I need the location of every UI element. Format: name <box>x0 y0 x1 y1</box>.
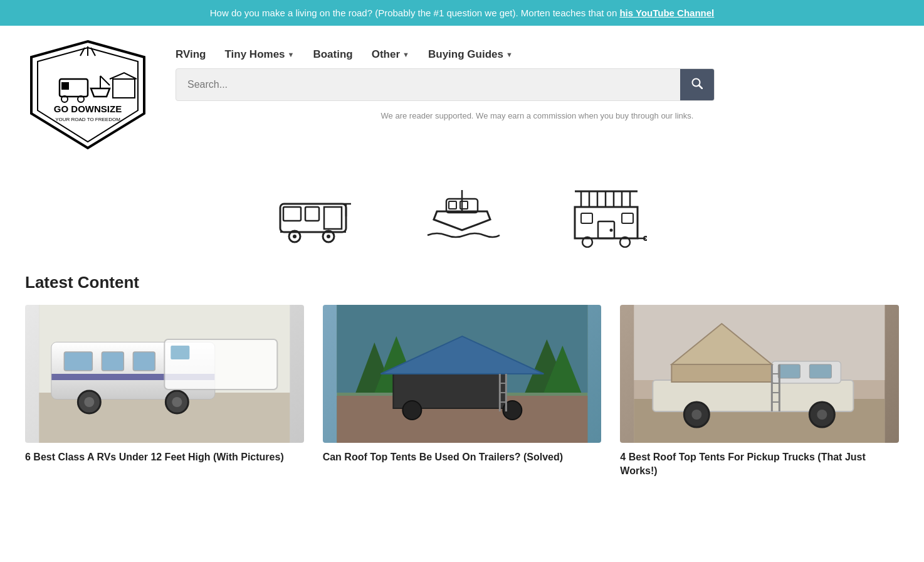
search-form <box>176 68 715 101</box>
nav-item-buying-guides[interactable]: Buying Guides ▼ <box>428 48 513 61</box>
article-title-3: 4 Best Roof Top Tents For Pickup Trucks … <box>620 450 899 479</box>
header: GO DOWNSIZE YOUR ROAD TO FREEDOM RVing T… <box>0 26 924 160</box>
nav-item-boating[interactable]: Boating <box>313 48 352 61</box>
nav-item-tiny-homes[interactable]: Tiny Homes ▼ <box>225 48 295 61</box>
article-title-2: Can Roof Top Tents Be Used On Trailers? … <box>323 450 602 464</box>
reader-note: We are reader supported. We may earn a c… <box>176 109 899 120</box>
article-card-3[interactable]: 4 Best Roof Top Tents For Pickup Trucks … <box>620 305 899 479</box>
logo-svg: GO DOWNSIZE YOUR ROAD TO FREEDOM <box>25 38 150 151</box>
boat-icon-link[interactable] <box>421 185 503 248</box>
banner-text: How do you make a living on the road? (P… <box>210 8 620 18</box>
svg-point-87 <box>817 410 827 420</box>
svg-rect-54 <box>133 352 155 371</box>
article-title-1: 6 Best Class A RVs Under 12 Feet High (W… <box>25 450 304 464</box>
svg-rect-53 <box>102 352 123 371</box>
top-banner: How do you make a living on the road? (P… <box>0 0 924 26</box>
category-icons <box>0 160 924 260</box>
boat-icon <box>421 185 503 248</box>
search-icon <box>691 78 703 89</box>
rv-icon-link[interactable] <box>277 185 359 248</box>
svg-text:GO DOWNSIZE: GO DOWNSIZE <box>54 103 122 114</box>
svg-rect-49 <box>39 393 290 443</box>
svg-rect-3 <box>61 82 69 90</box>
article-image-1 <box>25 305 304 443</box>
svg-point-56 <box>84 397 94 407</box>
article-card-2[interactable]: Can Roof Top Tents Be Used On Trailers? … <box>323 305 602 479</box>
search-button[interactable] <box>680 69 714 100</box>
search-input[interactable] <box>176 70 680 99</box>
tiny-homes-dropdown-arrow: ▼ <box>288 51 295 58</box>
latest-content-title: Latest Content <box>25 273 899 292</box>
svg-point-58 <box>172 397 182 407</box>
svg-rect-52 <box>64 352 92 371</box>
svg-text:YOUR ROAD TO FREEDOM: YOUR ROAD TO FREEDOM <box>55 117 120 122</box>
nav-item-rving[interactable]: RVing <box>176 48 206 61</box>
svg-rect-18 <box>324 207 342 229</box>
logo[interactable]: GO DOWNSIZE YOUR ROAD TO FREEDOM <box>25 38 150 154</box>
rooftop-article-img <box>620 305 899 443</box>
svg-rect-15 <box>280 204 346 232</box>
svg-point-40 <box>610 229 613 232</box>
svg-point-85 <box>692 410 702 420</box>
rv-icon <box>277 185 359 248</box>
svg-rect-27 <box>449 201 456 209</box>
svg-rect-60 <box>171 346 189 359</box>
latest-content-section: Latest Content <box>0 260 924 504</box>
svg-rect-17 <box>305 207 319 221</box>
article-card-1[interactable]: 6 Best Class A RVs Under 12 Feet High (W… <box>25 305 304 479</box>
svg-point-23 <box>327 235 330 238</box>
main-nav: RVing Tiny Homes ▼ Boating Other ▼ Buyin… <box>176 38 899 61</box>
rv-article-img <box>25 305 304 443</box>
other-dropdown-arrow: ▼ <box>402 51 409 58</box>
tiny-home-icon-link[interactable] <box>565 185 647 248</box>
svg-line-14 <box>699 85 702 88</box>
header-right: RVing Tiny Homes ▼ Boating Other ▼ Buyin… <box>176 38 899 120</box>
svg-rect-41 <box>581 213 592 223</box>
svg-point-21 <box>293 235 297 238</box>
buying-guides-dropdown-arrow: ▼ <box>506 51 513 58</box>
banner-link[interactable]: his YouTube Channel <box>619 8 714 18</box>
nav-item-other[interactable]: Other ▼ <box>372 48 409 61</box>
svg-rect-88 <box>672 364 772 382</box>
article-image-2 <box>323 305 602 443</box>
tiny-home-icon <box>565 185 647 248</box>
svg-rect-82 <box>779 364 801 378</box>
article-image-3 <box>620 305 899 443</box>
articles-grid: 6 Best Class A RVs Under 12 Feet High (W… <box>25 305 899 479</box>
tent-trailer-article-img <box>323 305 602 443</box>
svg-point-70 <box>402 401 421 420</box>
svg-rect-42 <box>622 213 633 223</box>
svg-rect-83 <box>810 364 832 378</box>
svg-rect-16 <box>283 207 301 221</box>
